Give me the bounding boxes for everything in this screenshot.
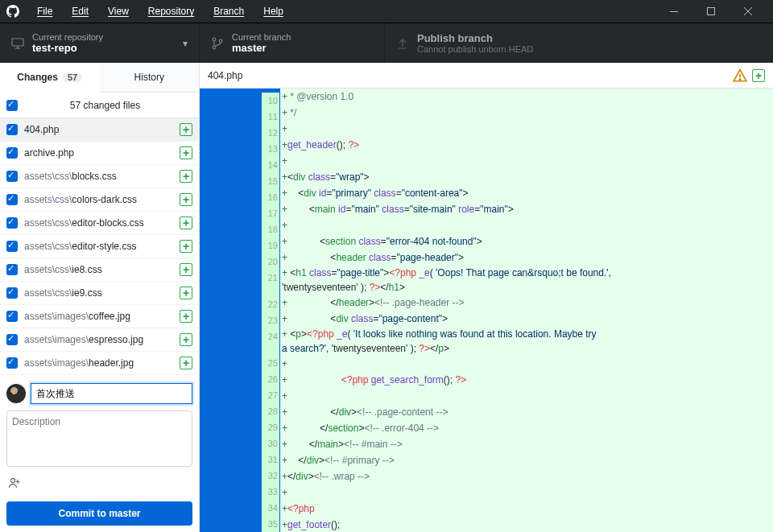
file-checkbox[interactable] bbox=[6, 264, 18, 275]
file-row[interactable]: archive.php+ bbox=[0, 142, 199, 165]
file-checkbox[interactable] bbox=[6, 194, 18, 205]
added-icon: + bbox=[180, 170, 192, 183]
code-line: +get_footer(); bbox=[280, 517, 773, 532]
minimize-button[interactable] bbox=[655, 0, 692, 23]
publish-sub: Cannot publish unborn HEAD bbox=[417, 44, 533, 54]
added-icon: + bbox=[180, 263, 192, 276]
line-number: 17 bbox=[262, 205, 279, 221]
file-checkbox[interactable] bbox=[6, 124, 18, 135]
added-icon: + bbox=[180, 217, 192, 229]
file-checkbox[interactable] bbox=[6, 334, 18, 345]
file-checkbox[interactable] bbox=[6, 147, 18, 159]
code-line: + <h1 class="page-title"><?php _e( 'Oops… bbox=[280, 266, 773, 295]
line-number: 12 bbox=[262, 125, 279, 141]
repo-name: test-repo bbox=[32, 42, 103, 54]
line-number: 35 bbox=[262, 516, 279, 532]
window-controls bbox=[655, 0, 767, 23]
line-number: 14 bbox=[262, 157, 279, 173]
maximize-button[interactable] bbox=[692, 0, 730, 23]
svg-point-8 bbox=[213, 46, 216, 49]
menu-file[interactable]: File bbox=[29, 4, 60, 19]
svg-point-9 bbox=[219, 39, 222, 43]
commit-form: Commit to master bbox=[0, 375, 199, 532]
branch-selector[interactable]: Current branchmaster bbox=[200, 23, 385, 63]
line-number: 26 bbox=[262, 371, 279, 387]
code-line: +<div class="wrap"> bbox=[280, 169, 773, 185]
tab-history[interactable]: History bbox=[100, 63, 200, 93]
menu-branch[interactable]: Branch bbox=[205, 4, 252, 19]
commit-description-input[interactable] bbox=[6, 410, 192, 467]
line-number: 29 bbox=[262, 419, 279, 435]
file-row[interactable]: assets\images\header.jpg+ bbox=[0, 352, 199, 375]
all-files-row[interactable]: 57 changed files bbox=[0, 93, 199, 118]
svg-rect-4 bbox=[12, 39, 23, 46]
file-checkbox[interactable] bbox=[6, 287, 18, 299]
upload-icon bbox=[396, 37, 409, 50]
code-line: +<?php bbox=[280, 501, 773, 517]
menu-bar: FileEditViewRepositoryBranchHelp bbox=[29, 4, 291, 19]
code-line: + </section><!-- .error-404 --> bbox=[280, 420, 773, 436]
file-checkbox[interactable] bbox=[6, 357, 18, 369]
file-row[interactable]: assets\css\blocks.css+ bbox=[0, 165, 199, 188]
code-line: + bbox=[280, 217, 773, 233]
menu-view[interactable]: View bbox=[100, 4, 137, 19]
branch-label: Current branch bbox=[232, 32, 291, 42]
line-number: 32 bbox=[262, 468, 279, 484]
file-row[interactable]: assets\css\ie8.css+ bbox=[0, 258, 199, 282]
select-all-checkbox[interactable] bbox=[6, 100, 18, 111]
menu-repository[interactable]: Repository bbox=[140, 4, 202, 19]
file-row[interactable]: assets\css\editor-blocks.css+ bbox=[0, 212, 199, 235]
line-number: 34 bbox=[262, 500, 279, 516]
computer-icon bbox=[11, 37, 24, 50]
commit-summary-input[interactable] bbox=[31, 383, 192, 404]
file-row[interactable]: assets\css\colors-dark.css+ bbox=[0, 188, 199, 212]
commit-button[interactable]: Commit to master bbox=[6, 501, 192, 526]
line-number: 15 bbox=[262, 173, 279, 189]
close-button[interactable] bbox=[730, 0, 767, 23]
warning-icon bbox=[733, 68, 747, 83]
line-number: 11 bbox=[262, 109, 279, 125]
code-line: + <div class="page-content"> bbox=[280, 311, 773, 327]
changes-count: 57 bbox=[63, 72, 82, 82]
added-icon: + bbox=[180, 287, 192, 299]
code-line: + <div id="primary" class="content-area"… bbox=[280, 185, 773, 201]
repo-selector[interactable]: Current repositorytest-repo ▾ bbox=[0, 23, 200, 63]
file-row[interactable]: 404.php+ bbox=[0, 118, 199, 142]
file-checkbox[interactable] bbox=[6, 311, 18, 322]
code-line: + </header><!-- .page-header --> bbox=[280, 295, 773, 311]
line-number: 10 bbox=[262, 93, 279, 109]
file-row[interactable]: assets\images\espresso.jpg+ bbox=[0, 328, 199, 352]
file-row[interactable]: assets\css\ie9.css+ bbox=[0, 282, 199, 305]
menu-edit[interactable]: Edit bbox=[64, 4, 97, 19]
toolbar: Current repositorytest-repo ▾ Current br… bbox=[0, 23, 773, 63]
svg-point-14 bbox=[739, 78, 740, 79]
add-coauthor-button[interactable] bbox=[6, 473, 192, 495]
line-number: 27 bbox=[262, 387, 279, 403]
publish-branch[interactable]: Publish branchCannot publish unborn HEAD bbox=[385, 23, 773, 63]
file-checkbox[interactable] bbox=[6, 217, 18, 229]
diff-filename: 404.php bbox=[208, 70, 242, 81]
added-icon: + bbox=[180, 333, 192, 346]
file-checkbox[interactable] bbox=[6, 171, 18, 182]
line-number: 18 bbox=[262, 221, 279, 237]
menu-help[interactable]: Help bbox=[255, 4, 291, 19]
file-row[interactable]: assets\css\editor-style.css+ bbox=[0, 235, 199, 258]
code-line: +get_header(); ?> bbox=[280, 137, 773, 153]
line-number: 30 bbox=[262, 435, 279, 452]
line-number: 25 bbox=[262, 355, 279, 371]
file-checkbox[interactable] bbox=[6, 241, 18, 252]
repo-label: Current repository bbox=[32, 32, 103, 42]
branch-icon bbox=[211, 37, 224, 50]
titlebar: FileEditViewRepositoryBranchHelp bbox=[0, 0, 773, 23]
sidebar: Changes57 History 57 changed files 404.p… bbox=[0, 63, 200, 532]
line-number: 28 bbox=[262, 403, 279, 419]
github-logo-icon bbox=[6, 5, 19, 18]
code-line: + bbox=[280, 485, 773, 501]
line-number: 21 bbox=[262, 270, 279, 296]
code-line: + */ bbox=[280, 105, 773, 121]
tab-changes[interactable]: Changes57 bbox=[0, 63, 100, 93]
code-line: + bbox=[280, 388, 773, 404]
file-row[interactable]: assets\images\coffee.jpg+ bbox=[0, 305, 199, 328]
all-files-label: 57 changed files bbox=[18, 100, 192, 111]
branch-name: master bbox=[232, 42, 291, 54]
